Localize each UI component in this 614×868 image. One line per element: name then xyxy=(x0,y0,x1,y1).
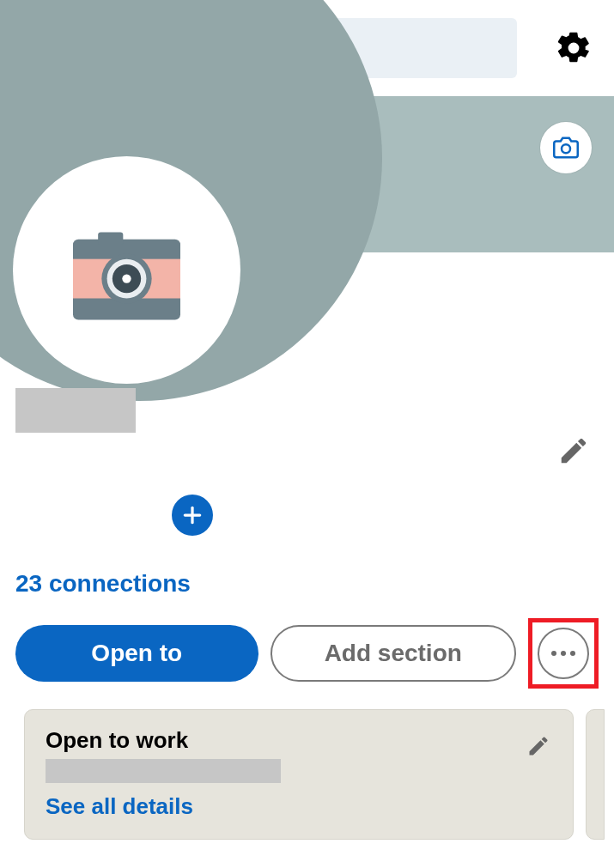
open-to-work-roles xyxy=(46,759,281,783)
more-button-highlight xyxy=(528,618,599,689)
cover-photo[interactable] xyxy=(0,96,614,252)
pencil-icon xyxy=(526,734,550,758)
more-horizontal-icon xyxy=(551,651,556,656)
see-all-details-link[interactable]: See all details xyxy=(46,793,552,820)
add-section-button[interactable]: Add section xyxy=(271,625,517,682)
profile-actions-row: Open to Add section xyxy=(0,598,614,709)
edit-profile-button[interactable] xyxy=(554,431,593,470)
svg-rect-6 xyxy=(98,232,123,245)
more-button[interactable] xyxy=(538,628,589,679)
connections-link[interactable]: 23 connections xyxy=(15,570,614,598)
add-photo-button[interactable] xyxy=(172,495,213,536)
pencil-icon xyxy=(557,434,590,467)
edit-cover-button[interactable] xyxy=(540,122,592,173)
edit-open-to-work-button[interactable] xyxy=(523,731,554,762)
open-to-cards: Open to work See all details xyxy=(0,709,614,840)
profile-body: 23 connections Open to Add section Open … xyxy=(0,252,614,840)
settings-button[interactable] xyxy=(554,28,593,68)
open-to-work-card[interactable]: Open to work See all details xyxy=(24,709,574,840)
open-to-work-title: Open to work xyxy=(46,727,552,754)
next-card-peek[interactable] xyxy=(586,709,605,840)
open-to-button[interactable]: Open to xyxy=(15,625,258,682)
gear-icon xyxy=(555,29,593,67)
camera-icon xyxy=(553,135,579,161)
plus-icon xyxy=(181,504,204,526)
svg-point-3 xyxy=(562,144,570,153)
profile-name xyxy=(15,388,136,433)
